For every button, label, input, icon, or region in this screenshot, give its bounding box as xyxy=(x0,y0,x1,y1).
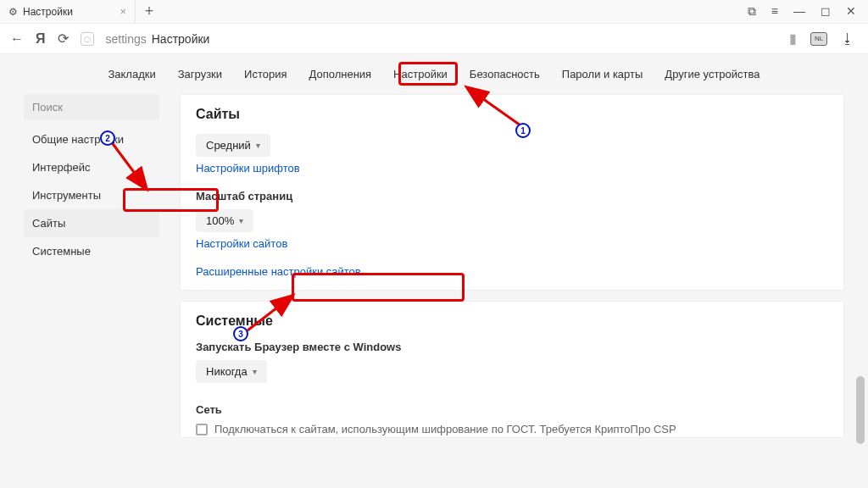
sites-card: Сайты Средний ▾ Настройки шрифтов Масшта… xyxy=(180,94,844,291)
site-info-icon[interactable]: ◌ xyxy=(81,32,94,46)
browser-tab[interactable]: ⚙ Настройки × xyxy=(0,0,136,24)
bookmark-icon[interactable]: ▮ xyxy=(789,30,797,47)
new-tab-button[interactable]: + xyxy=(136,3,163,20)
sidebar-item-general[interactable]: Общие настройки xyxy=(24,125,159,153)
scale-select[interactable]: 100% ▾ xyxy=(196,209,253,232)
scale-title: Масштаб страниц xyxy=(196,190,828,202)
sidebar-item-sites[interactable]: Сайты xyxy=(24,209,159,237)
nav-history[interactable]: История xyxy=(244,68,287,80)
scale-value: 100% xyxy=(206,214,234,227)
launch-select[interactable]: Никогда ▾ xyxy=(196,360,267,383)
back-icon[interactable]: ← xyxy=(10,31,24,47)
nav-bookmarks[interactable]: Закладки xyxy=(108,68,155,80)
chevron-down-icon: ▾ xyxy=(239,216,243,225)
address-title: Настройки xyxy=(152,32,210,46)
gost-checkbox-label: Подключаться к сайтам, использующим шифр… xyxy=(214,423,676,435)
reload-icon[interactable]: ⟳ xyxy=(58,30,69,47)
page: Закладки Загрузки История Дополнения Нас… xyxy=(0,54,868,488)
translate-icon[interactable]: NL xyxy=(810,32,827,46)
sidebar-item-system[interactable]: Системные xyxy=(24,237,159,265)
font-size-value: Средний xyxy=(206,139,251,152)
checkbox-icon xyxy=(196,424,208,435)
system-card: Системные Запускать Браузер вместе с Win… xyxy=(180,301,844,438)
launch-value: Никогда xyxy=(206,365,248,378)
nav-addons[interactable]: Дополнения xyxy=(309,68,371,80)
sites-heading: Сайты xyxy=(196,107,828,122)
toolbar: ← Я ⟳ ◌ settings Настройки ▮ NL ⭳ xyxy=(0,24,868,54)
site-settings-link[interactable]: Настройки сайтов xyxy=(196,237,828,250)
nav-devices[interactable]: Другие устройства xyxy=(665,68,760,80)
minimize-icon[interactable]: — xyxy=(793,4,805,19)
menu-icon[interactable]: ≡ xyxy=(771,4,778,19)
scrollbar-thumb[interactable] xyxy=(856,376,865,444)
address-kind: settings xyxy=(106,32,147,46)
nav-settings[interactable]: Настройки xyxy=(393,68,448,80)
advanced-site-settings-link[interactable]: Расширенные настройки сайтов xyxy=(196,265,828,278)
gost-checkbox-row[interactable]: Подключаться к сайтам, использующим шифр… xyxy=(196,423,828,437)
nav-downloads[interactable]: Загрузки xyxy=(178,68,222,80)
gear-icon: ⚙ xyxy=(8,6,18,18)
font-settings-link[interactable]: Настройки шрифтов xyxy=(196,162,828,175)
sidebar-item-tools[interactable]: Инструменты xyxy=(24,181,159,209)
main-content: Сайты Средний ▾ Настройки шрифтов Масшта… xyxy=(180,94,844,438)
top-nav: Закладки Загрузки История Дополнения Нас… xyxy=(0,54,868,94)
chevron-down-icon: ▾ xyxy=(253,367,257,376)
system-heading: Системные xyxy=(196,313,828,329)
panels-icon[interactable]: ⧉ xyxy=(748,4,756,19)
yandex-icon[interactable]: Я xyxy=(36,31,46,47)
close-icon[interactable]: × xyxy=(120,5,126,18)
address-bar[interactable]: settings Настройки xyxy=(106,32,778,46)
launch-title: Запускать Браузер вместе с Windows xyxy=(196,341,828,353)
nav-security[interactable]: Безопасность xyxy=(470,68,540,80)
tab-title: Настройки xyxy=(23,6,73,18)
downloads-icon[interactable]: ⭳ xyxy=(841,31,854,47)
sidebar: Поиск Общие настройки Интерфейс Инструме… xyxy=(24,94,159,438)
close-window-icon[interactable]: ✕ xyxy=(846,4,856,19)
font-size-select[interactable]: Средний ▾ xyxy=(196,134,270,157)
search-input[interactable]: Поиск xyxy=(24,94,159,120)
chevron-down-icon: ▾ xyxy=(256,141,260,150)
sidebar-item-interface[interactable]: Интерфейс xyxy=(24,153,159,181)
net-title: Сеть xyxy=(196,403,828,416)
maximize-icon[interactable]: ◻ xyxy=(821,4,831,19)
nav-passwords[interactable]: Пароли и карты xyxy=(562,68,643,80)
titlebar: ⚙ Настройки × + ⧉ ≡ — ◻ ✕ xyxy=(0,0,868,24)
